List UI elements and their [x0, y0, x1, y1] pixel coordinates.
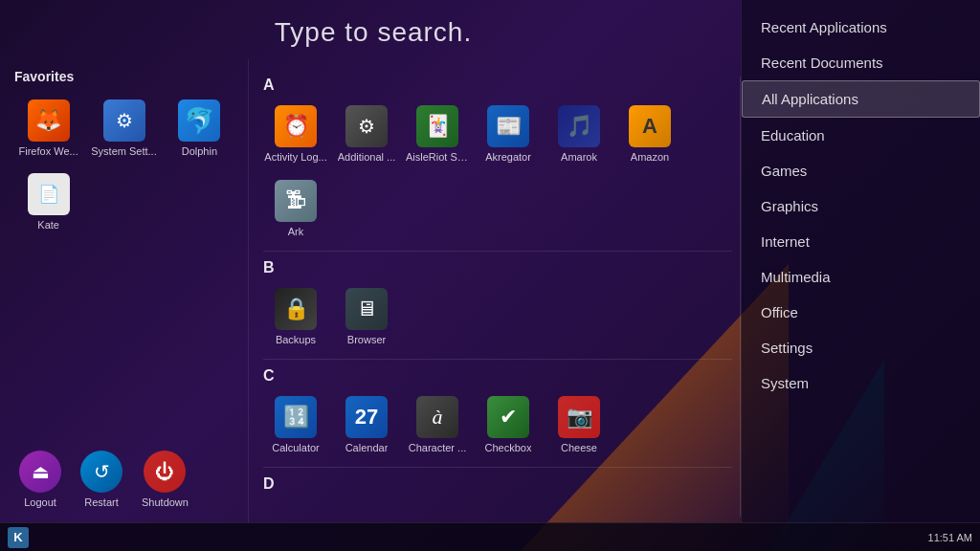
section-c-apps: 🔢 Calculator 27 Calendar à Character ...… [263, 390, 732, 459]
firefox-icon: 🦊 [28, 99, 70, 142]
panel-item-games[interactable]: Games [742, 153, 980, 188]
divider-c-d [263, 467, 732, 468]
system-settings-label: System Sett... [91, 145, 156, 157]
calendar-icon: 27 [345, 396, 388, 438]
browser-icon: 🖥 [345, 288, 388, 330]
amazon-label: Amazon [631, 151, 669, 163]
browser-label: Browser [347, 334, 386, 345]
panel-item-all-applications[interactable]: All Applications [742, 80, 980, 118]
app-akregator[interactable]: 📰 Akregator [476, 99, 541, 168]
activity-log-icon: ⏰ [275, 105, 317, 147]
cheese-label: Cheese [561, 442, 597, 453]
app-character[interactable]: à Character ... [405, 390, 470, 459]
kde-menu-button[interactable]: K [8, 527, 29, 548]
calculator-label: Calculator [272, 442, 320, 453]
app-amazon[interactable]: A Amazon [617, 99, 682, 168]
taskbar-right: 11:51 AM [928, 532, 972, 543]
calendar-label: Calendar [345, 442, 389, 453]
activity-log-label: Activity Log... [264, 151, 326, 163]
panel-item-graphics[interactable]: Graphics [742, 188, 980, 224]
ark-label: Ark [288, 226, 304, 237]
panel-item-settings[interactable]: Settings [742, 330, 980, 365]
firefox-label: Firefox We... [19, 145, 78, 157]
shutdown-button[interactable]: ⏻ Shutdown [137, 446, 193, 513]
section-c-letter: C [263, 367, 732, 385]
cheese-icon: 📷 [558, 396, 600, 438]
content-area: Favorites 🦊 Firefox We... ⚙ System Sett.… [0, 59, 746, 522]
favorites-panel: Favorites 🦊 Firefox We... ⚙ System Sett.… [0, 59, 249, 522]
system-settings-icon: ⚙ [103, 99, 145, 142]
app-browser[interactable]: 🖥 Browser [334, 282, 399, 351]
section-a-letter: A [263, 77, 732, 94]
kate-label: Kate [37, 219, 59, 231]
app-cheese[interactable]: 📷 Cheese [546, 390, 612, 459]
panel-item-recent-documents[interactable]: Recent Documents [742, 45, 980, 80]
aisleriots-label: AisleRiot So... [406, 151, 469, 163]
dolphin-icon: 🐬 [178, 99, 220, 142]
panel-item-internet[interactable]: Internet [742, 224, 980, 259]
section-d-letter: D [263, 475, 732, 493]
divider-a-b [263, 251, 732, 252]
app-checkbox[interactable]: ✔ Checkbox [476, 390, 541, 459]
app-ark[interactable]: 🗜 Ark [263, 174, 328, 243]
akregator-label: Akregator [485, 151, 531, 163]
panel-item-system[interactable]: System [742, 365, 980, 401]
calculator-icon: 🔢 [275, 396, 317, 438]
amarok-label: Amarok [561, 151, 597, 163]
kde-icon: K [13, 530, 22, 544]
panel-divider [740, 77, 741, 517]
restart-icon: ↺ [80, 451, 122, 493]
restart-button[interactable]: ↺ Restart [76, 446, 127, 513]
backups-label: Backups [276, 334, 316, 345]
favorites-grid: 🦊 Firefox We... ⚙ System Sett... 🐬 Dolph… [14, 94, 234, 236]
amarok-icon: 🎵 [558, 105, 600, 147]
character-label: Character ... [409, 442, 467, 453]
apps-area: A ⏰ Activity Log... ⚙ Additional ... 🃏 A… [249, 59, 746, 522]
character-icon: à [416, 396, 458, 438]
fav-item-kate[interactable]: 📄 Kate [14, 167, 82, 236]
fav-item-system-settings[interactable]: ⚙ System Sett... [87, 94, 160, 163]
launcher: Type to search. Favorites 🦊 Firefox We..… [0, 0, 746, 522]
panel-item-office[interactable]: Office [742, 295, 980, 330]
ark-icon: 🗜 [275, 180, 317, 222]
backups-icon: 🔒 [275, 288, 317, 330]
app-additional[interactable]: ⚙ Additional ... [334, 99, 399, 168]
additional-icon: ⚙ [345, 105, 388, 147]
app-aisleriots[interactable]: 🃏 AisleRiot So... [405, 99, 470, 168]
right-panel: Recent Applications Recent Documents All… [741, 0, 980, 522]
checkbox-icon: ✔ [487, 396, 529, 438]
taskbar-time: 11:51 AM [928, 532, 972, 543]
akregator-icon: 📰 [487, 105, 529, 147]
logout-button[interactable]: ⏏ Logout [14, 446, 66, 513]
app-backups[interactable]: 🔒 Backups [263, 282, 328, 351]
section-a-apps: ⏰ Activity Log... ⚙ Additional ... 🃏 Ais… [263, 99, 732, 243]
app-calendar[interactable]: 27 Calendar [334, 390, 399, 459]
section-b-letter: B [263, 259, 732, 276]
divider-b-c [263, 359, 732, 360]
aisleriots-icon: 🃏 [416, 105, 458, 147]
panel-item-multimedia[interactable]: Multimedia [742, 259, 980, 295]
app-amarok[interactable]: 🎵 Amarok [546, 99, 612, 168]
search-bar[interactable]: Type to search. [0, 0, 746, 59]
taskbar-left: K [8, 527, 29, 548]
additional-label: Additional ... [338, 151, 396, 163]
favorites-title: Favorites [14, 69, 234, 84]
logout-label: Logout [24, 496, 56, 508]
panel-item-education[interactable]: Education [742, 118, 980, 153]
taskbar: K 11:51 AM [0, 522, 980, 551]
app-calculator[interactable]: 🔢 Calculator [263, 390, 328, 459]
dolphin-label: Dolphin [182, 145, 217, 157]
restart-label: Restart [84, 496, 118, 508]
kate-icon: 📄 [28, 173, 70, 215]
shutdown-icon: ⏻ [144, 451, 186, 493]
actions-bar: ⏏ Logout ↺ Restart ⏻ Shutdown [14, 436, 234, 513]
app-activity-log[interactable]: ⏰ Activity Log... [263, 99, 328, 168]
section-b-apps: 🔒 Backups 🖥 Browser [263, 282, 732, 351]
logout-icon: ⏏ [19, 451, 61, 493]
fav-item-firefox[interactable]: 🦊 Firefox We... [14, 94, 82, 163]
amazon-icon: A [629, 105, 671, 147]
shutdown-label: Shutdown [142, 496, 189, 508]
fav-item-dolphin[interactable]: 🐬 Dolphin [166, 94, 234, 163]
panel-item-recent-applications[interactable]: Recent Applications [742, 10, 980, 45]
checkbox-label: Checkbox [485, 442, 532, 453]
